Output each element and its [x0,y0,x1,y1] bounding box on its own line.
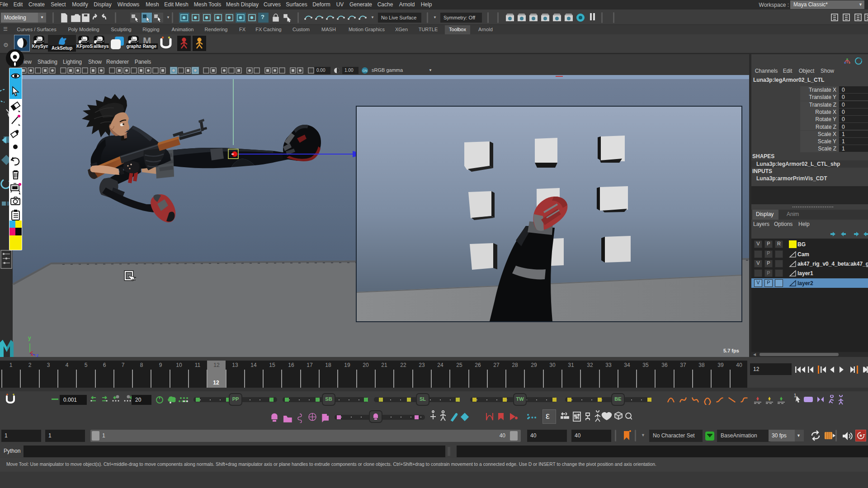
svg-text:GN: GN [363,69,368,72]
svg-text:z: z [36,352,39,357]
svg-text:y: y [28,335,31,341]
svg-text:x: x [31,352,33,357]
